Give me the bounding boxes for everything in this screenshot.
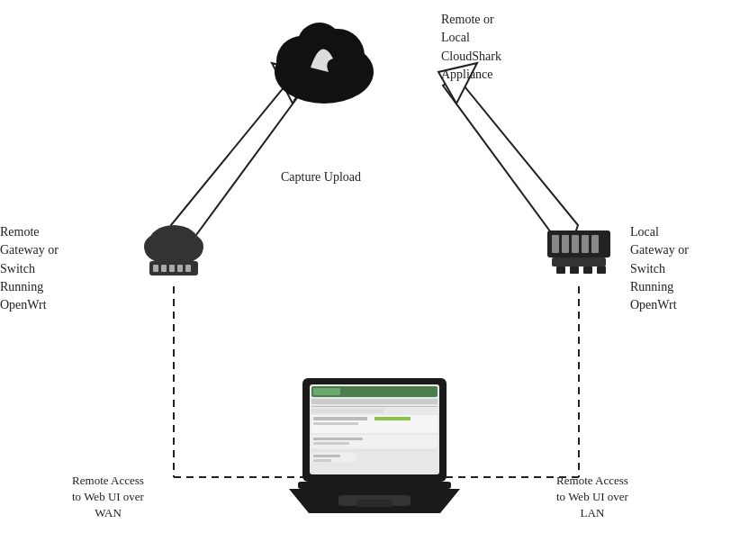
- svg-rect-55: [356, 500, 393, 507]
- svg-rect-28: [582, 235, 589, 253]
- remote-gateway-label: Remote Gateway or Switch Running OpenWrt: [0, 223, 59, 314]
- remote-lan-label: Remote Access to Web UI over LAN: [556, 473, 628, 522]
- svg-rect-49: [311, 450, 438, 451]
- remote-gateway-icon: [133, 223, 214, 286]
- svg-rect-53: [298, 482, 451, 489]
- svg-rect-31: [556, 266, 565, 274]
- svg-rect-32: [570, 266, 579, 274]
- cloudshark-label: Remote or Local CloudShark Appliance: [441, 11, 501, 84]
- svg-rect-22: [177, 265, 183, 272]
- local-gateway-label: Local Gateway or Switch Running OpenWrt: [630, 223, 689, 314]
- svg-rect-45: [313, 422, 358, 425]
- svg-rect-44: [374, 417, 411, 420]
- local-gateway-icon: [538, 223, 619, 286]
- svg-rect-23: [185, 265, 191, 272]
- svg-rect-52: [313, 459, 331, 462]
- svg-rect-43: [313, 417, 367, 420]
- cloudshark-cloud: [266, 9, 383, 108]
- svg-rect-27: [572, 235, 579, 253]
- svg-point-17: [145, 236, 203, 265]
- svg-rect-46: [311, 435, 438, 448]
- svg-rect-48: [313, 442, 349, 445]
- svg-rect-29: [591, 235, 599, 253]
- svg-rect-47: [313, 438, 363, 440]
- svg-rect-39: [311, 399, 438, 404]
- laptop-icon: [284, 374, 465, 522]
- svg-rect-51: [313, 455, 340, 457]
- svg-rect-20: [161, 265, 167, 272]
- svg-rect-26: [562, 235, 569, 253]
- svg-rect-25: [552, 235, 559, 253]
- svg-rect-41: [311, 409, 384, 413]
- svg-rect-40: [311, 406, 438, 407]
- svg-rect-34: [597, 266, 606, 274]
- remote-wan-label: Remote Access to Web UI over WAN: [72, 473, 144, 522]
- svg-rect-19: [153, 265, 158, 272]
- capture-upload-label: Capture Upload: [281, 168, 361, 186]
- svg-rect-30: [552, 257, 606, 266]
- svg-rect-33: [583, 266, 592, 274]
- diagram: Remote or Local CloudShark Appliance Cap…: [0, 0, 749, 560]
- svg-marker-4: [443, 77, 578, 239]
- svg-rect-38: [313, 388, 340, 395]
- svg-rect-21: [169, 265, 175, 272]
